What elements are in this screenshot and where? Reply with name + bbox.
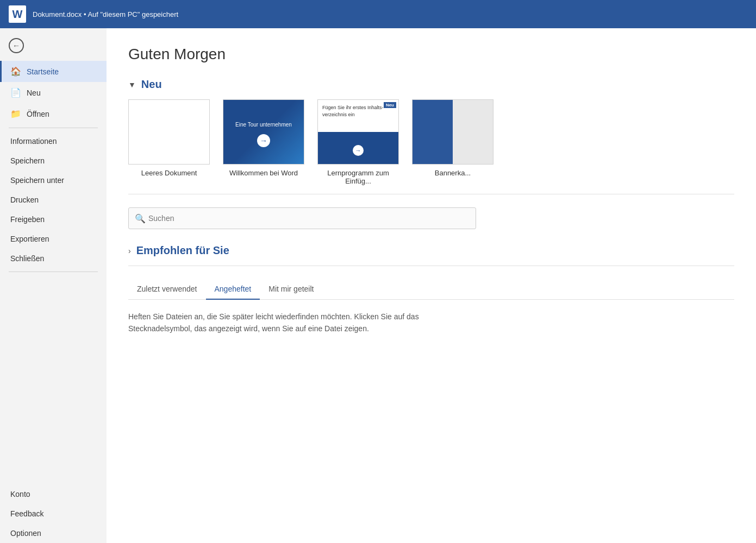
sidebar-item-startseite[interactable]: 🏠 Startseite: [0, 61, 107, 82]
sidebar-item-optionen[interactable]: Optionen: [0, 523, 107, 543]
sidebar-item-label: Öffnen: [27, 110, 49, 118]
template-label-blank: Leeres Dokument: [141, 169, 197, 177]
new-section-title: Neu: [141, 78, 162, 91]
sidebar-item-speichern-unter[interactable]: Speichern unter: [0, 171, 107, 190]
tutorial-arrow: →: [353, 145, 364, 156]
banner-right: [453, 100, 493, 164]
template-banner[interactable]: Bannerkа...: [412, 99, 493, 185]
sidebar-item-neu[interactable]: 📄 Neu: [0, 82, 107, 103]
new-section-header: ▼ Neu: [128, 78, 734, 91]
greeting-title: Guten Morgen: [128, 46, 734, 63]
sidebar-item-label: Freigeben: [10, 215, 45, 224]
banner-content: [413, 100, 493, 164]
app-body: ← 🏠 Startseite 📄 Neu 📁 Öffnen Informatio…: [0, 28, 756, 543]
recommended-divider: [128, 266, 734, 266]
sidebar-item-label: Informationen: [10, 137, 57, 146]
template-label-banner: Bannerkа...: [435, 169, 471, 177]
sidebar-item-label: Drucken: [10, 195, 39, 204]
sidebar-item-drucken[interactable]: Drucken: [0, 190, 107, 210]
sidebar-item-label: Feedback: [10, 509, 43, 518]
expand-icon[interactable]: ›: [128, 247, 131, 255]
sidebar: ← 🏠 Startseite 📄 Neu 📁 Öffnen Informatio…: [0, 28, 107, 543]
search-icon: 🔍: [135, 213, 146, 224]
sidebar-item-speichern[interactable]: Speichern: [0, 151, 107, 171]
sidebar-bottom: Konto Feedback Optionen: [0, 484, 107, 543]
banner-left: [413, 100, 453, 164]
template-thumb-welcome: Eine Tour unternehmen →: [223, 99, 304, 165]
welcome-tour-text: Eine Tour unternehmen: [231, 117, 296, 132]
sidebar-item-label: Neu: [27, 89, 41, 97]
sidebar-item-schliessen[interactable]: Schließen: [0, 249, 107, 268]
template-thumb-blank: [128, 99, 210, 165]
tutorial-bottom: →: [318, 137, 398, 164]
recommended-title: Empfohlen für Sie: [136, 244, 229, 257]
sidebar-item-label: Optionen: [10, 529, 41, 538]
sidebar-item-label: Konto: [10, 490, 30, 498]
sidebar-item-exportieren[interactable]: Exportieren: [0, 229, 107, 249]
search-input[interactable]: [128, 207, 476, 229]
back-arrow-icon: ←: [13, 42, 20, 49]
arrow-right-icon: →: [260, 136, 267, 145]
titlebar: W Dokument.docx • Auf "diesem PC" gespei…: [0, 0, 756, 28]
empty-state-text: Heften Sie Dateien an, die Sie später le…: [128, 311, 476, 335]
folder-icon: 📁: [10, 109, 21, 119]
sidebar-item-label: Speichern: [10, 156, 45, 165]
titlebar-document-title: Dokument.docx • Auf "diesem PC" gespeich…: [33, 10, 178, 18]
recommended-section-header: › Empfohlen für Sie: [128, 244, 734, 257]
templates-row: Leeres Dokument Eine Tour unternehmen → …: [128, 99, 734, 185]
template-blank[interactable]: Leeres Dokument: [128, 99, 210, 185]
sidebar-item-oeffnen[interactable]: 📁 Öffnen: [0, 103, 107, 124]
word-logo: W: [9, 5, 26, 23]
section-divider: [128, 194, 734, 194]
sidebar-item-label: Speichern unter: [10, 176, 64, 185]
template-label-welcome: Willkommen bei Word: [229, 169, 298, 177]
collapse-icon[interactable]: ▼: [128, 80, 136, 89]
tab-geteilt[interactable]: Mit mir geteilt: [260, 279, 322, 300]
new-badge: Neu: [384, 102, 396, 108]
sidebar-item-informationen[interactable]: Informationen: [0, 131, 107, 151]
template-welcome[interactable]: Eine Tour unternehmen → Willkommen bei W…: [223, 99, 304, 185]
back-icon: ←: [9, 38, 24, 53]
home-icon: 🏠: [10, 66, 21, 77]
welcome-arrow: →: [257, 134, 270, 147]
back-button[interactable]: ←: [0, 33, 107, 59]
sidebar-divider-2: [9, 272, 98, 272]
main-content: Guten Morgen ▼ Neu Leeres Dokument Eine …: [107, 28, 756, 543]
template-tutorial[interactable]: Neu Fügen Sie ihr erstes Inhalts-verzeic…: [317, 99, 399, 185]
sidebar-item-label: Schließen: [10, 254, 44, 263]
template-thumb-banner: [412, 99, 493, 165]
search-container: 🔍: [128, 207, 476, 229]
sidebar-item-feedback[interactable]: Feedback: [0, 504, 107, 523]
new-document-icon: 📄: [10, 87, 21, 98]
sidebar-item-freigeben[interactable]: Freigeben: [0, 210, 107, 229]
tab-angeheftet[interactable]: Angeheftet: [206, 279, 260, 300]
sidebar-divider-1: [9, 128, 98, 128]
sidebar-item-label: Startseite: [27, 67, 59, 76]
sidebar-item-label: Exportieren: [10, 235, 49, 243]
template-label-tutorial: Lernprogramm zum Einfüg...: [317, 169, 399, 185]
arrow-right-icon: →: [355, 147, 361, 154]
tab-zuletzt[interactable]: Zuletzt verwendet: [128, 279, 206, 300]
template-thumb-tutorial: Neu Fügen Sie ihr erstes Inhalts-verzeic…: [317, 99, 399, 165]
tabs-row: Zuletzt verwendet Angeheftet Mit mir get…: [128, 279, 734, 300]
sidebar-item-konto[interactable]: Konto: [0, 484, 107, 504]
